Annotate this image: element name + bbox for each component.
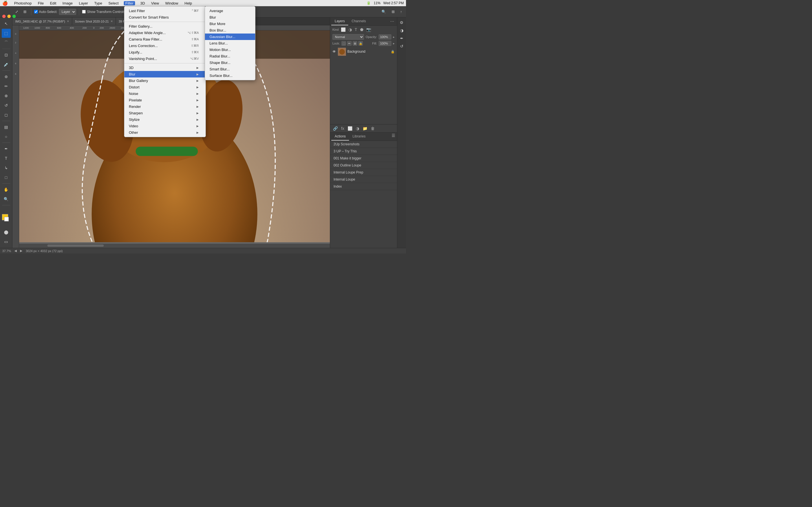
layer-visibility-toggle[interactable]: 👁 xyxy=(333,50,336,54)
menu-distort[interactable]: Distort ▶ xyxy=(124,84,206,91)
move-tool-btn[interactable]: ⤢ xyxy=(13,9,20,15)
screen-mode-btn[interactable]: ▭ xyxy=(2,237,11,246)
action-item[interactable]: 2Up Screenshots xyxy=(330,141,397,148)
action-item[interactable]: Index xyxy=(330,183,397,190)
lock-position-btn[interactable]: ✏ xyxy=(347,41,352,46)
shape-tool[interactable]: □ xyxy=(2,173,11,182)
menu-edit[interactable]: Edit xyxy=(49,1,57,5)
share-btn[interactable]: ↑ xyxy=(399,9,404,15)
fill-input[interactable] xyxy=(378,41,391,46)
brush-tool[interactable]: ✏ xyxy=(2,82,11,91)
menu-convert-smart-filters[interactable]: Convert for Smart Filters xyxy=(124,14,206,20)
eyedropper-tool[interactable]: 💉 xyxy=(2,60,11,69)
properties-btn[interactable]: ⚙ xyxy=(398,19,405,26)
menu-other[interactable]: Other ▶ xyxy=(124,129,206,136)
menu-render[interactable]: Render ▶ xyxy=(124,103,206,110)
blur-box[interactable]: Box Blur... xyxy=(205,27,255,34)
filter-pixel-btn[interactable]: ⬜ xyxy=(340,27,346,33)
blur-shape[interactable]: Shape Blur... xyxy=(205,59,255,66)
paths-btn[interactable]: ✒ xyxy=(398,35,405,42)
menu-adaptive-wide-angle[interactable]: Adaptive Wide Angle... ⌥⇧⌘A xyxy=(124,30,206,36)
link-layers-btn[interactable]: 🔗 xyxy=(333,126,338,131)
menu-noise[interactable]: Noise ▶ xyxy=(124,91,206,97)
group-btn[interactable]: 📁 xyxy=(362,126,368,131)
crop-tool[interactable]: ⊡ xyxy=(2,50,11,59)
menu-last-filter[interactable]: Last Filter ⌃⌘F xyxy=(124,8,206,14)
transform-controls-checkbox[interactable] xyxy=(82,10,86,13)
filter-adjust-btn[interactable]: ◑ xyxy=(348,27,352,33)
clone-tool[interactable]: ⊕ xyxy=(2,91,11,100)
channels-tab[interactable]: Channels xyxy=(348,17,369,25)
nav-arrow-right[interactable]: ▶ xyxy=(20,249,22,252)
eraser-tool[interactable]: ◻ xyxy=(2,110,11,119)
zoom-tool[interactable]: 🔍 xyxy=(2,194,11,204)
menu-stylize[interactable]: Stylize ▶ xyxy=(124,116,206,123)
blur-motion[interactable]: Motion Blur... xyxy=(205,47,255,53)
blur-more[interactable]: Blur More xyxy=(205,20,255,27)
actions-tab[interactable]: Actions xyxy=(331,133,349,140)
apple-menu[interactable]: 🍎 xyxy=(2,1,8,6)
adjustments-btn[interactable]: ◑ xyxy=(398,27,405,34)
menu-pixelate[interactable]: Pixelate ▶ xyxy=(124,97,206,103)
menu-lens-correction[interactable]: Lens Correction... ⇧⌘R xyxy=(124,43,206,49)
menu-select[interactable]: Select xyxy=(107,1,119,5)
search-btn[interactable]: 🔍 xyxy=(380,9,388,15)
quick-mask-btn[interactable]: ⬤ xyxy=(2,228,11,237)
blur-average[interactable]: Average xyxy=(205,8,255,14)
delete-layer-btn[interactable]: 🗑 xyxy=(370,126,375,131)
tab-close-btn[interactable]: ✕ xyxy=(110,20,113,23)
move-tool[interactable]: ↖ xyxy=(2,19,11,28)
type-tool[interactable]: T xyxy=(2,154,11,163)
blur-gaussian[interactable]: Gaussian Blur... xyxy=(205,34,255,40)
grid-btn[interactable]: ⊞ xyxy=(390,9,396,15)
menu-video[interactable]: Video ▶ xyxy=(124,123,206,129)
menu-type[interactable]: Type xyxy=(93,1,103,5)
gradient-tool[interactable]: ▤ xyxy=(2,122,11,131)
fx-btn[interactable]: fx xyxy=(341,126,345,131)
filter-type-btn[interactable]: T xyxy=(354,27,358,33)
action-item[interactable]: 002 Outline Loupe xyxy=(330,162,397,169)
close-button[interactable] xyxy=(2,15,6,18)
filter-shape-btn[interactable]: ⬟ xyxy=(359,27,364,33)
nav-arrow-left[interactable]: ◀ xyxy=(14,249,17,252)
menu-3d[interactable]: 3D ▶ xyxy=(124,64,206,71)
action-item[interactable]: 3 UP – Try This xyxy=(330,148,397,155)
menu-blur[interactable]: Blur ▶ xyxy=(124,71,206,77)
dodge-tool[interactable]: ○ xyxy=(2,132,11,141)
hand-tool[interactable]: ✋ xyxy=(2,185,11,194)
actions-menu-btn[interactable]: ☰ xyxy=(391,133,396,138)
history-brush[interactable]: ↺ xyxy=(2,101,11,110)
spot-heal-tool[interactable]: ⊛ xyxy=(2,72,11,81)
menu-blur-gallery[interactable]: Blur Gallery ▶ xyxy=(124,77,206,84)
menu-photoshop[interactable]: Photoshop xyxy=(13,1,33,5)
menu-sharpen[interactable]: Sharpen ▶ xyxy=(124,110,206,116)
expand-panel-btn[interactable]: ⋯ xyxy=(390,18,395,24)
blur-surface[interactable]: Surface Blur... xyxy=(205,72,255,79)
menu-camera-raw[interactable]: Camera Raw Filter... ⇧⌘A xyxy=(124,36,206,43)
lasso-tool[interactable]: ⌒ xyxy=(2,38,11,47)
menu-help[interactable]: Help xyxy=(183,1,193,5)
path-select-tool[interactable]: ↳ xyxy=(2,163,11,172)
lock-all-btn[interactable]: 🔒 xyxy=(358,41,363,46)
menu-filter[interactable]: Filter xyxy=(124,1,135,5)
opacity-input[interactable] xyxy=(378,34,391,40)
libraries-tab[interactable]: Libraries xyxy=(349,133,369,140)
transform-btn[interactable]: ⊞ xyxy=(22,9,28,15)
menu-layer[interactable]: Layer xyxy=(78,1,89,5)
action-item[interactable]: Internal Loupe Prep xyxy=(330,169,397,176)
lock-pixels-btn[interactable]: ⬚ xyxy=(342,41,346,46)
selection-tool[interactable]: ⬚ xyxy=(2,29,11,38)
history-btn[interactable]: ↺ xyxy=(398,43,405,50)
background-color[interactable] xyxy=(4,217,9,221)
adjustment-btn[interactable]: ◑ xyxy=(355,126,360,131)
menu-liquify[interactable]: Liquify... ⇧⌘X xyxy=(124,49,206,55)
layer-item-background[interactable]: 👁 Background 🔒 xyxy=(330,47,397,57)
menu-filter-gallery[interactable]: Filter Gallery... xyxy=(124,23,206,30)
maximize-button[interactable] xyxy=(12,15,16,18)
auto-select-dropdown[interactable]: Layer xyxy=(59,9,76,15)
pen-tool[interactable]: ✒ xyxy=(2,144,11,153)
auto-select-checkbox[interactable] xyxy=(34,10,38,13)
tab-screenshot2020[interactable]: Screen Shot 2020-10-21 ✕ xyxy=(72,17,116,25)
menu-image[interactable]: Image xyxy=(61,1,74,5)
blend-mode-select[interactable]: Normal Multiply Screen xyxy=(333,34,364,40)
